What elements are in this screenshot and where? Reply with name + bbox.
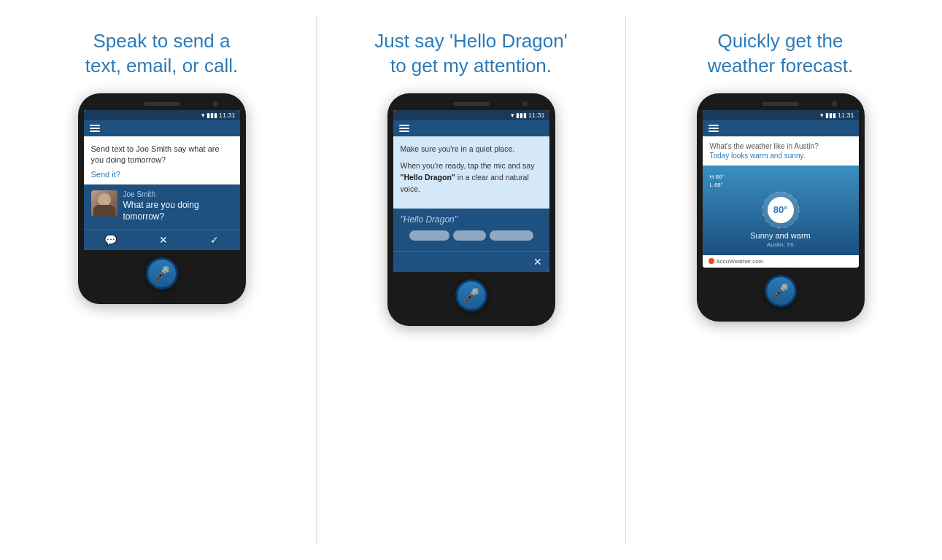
panels-container: Speak to send atext, email, or call. ▾ ▮…	[0, 0, 942, 560]
status-icons-2: ▾ ▮▮▮ 11:31	[511, 112, 545, 119]
hamburger-icon-2[interactable]	[399, 125, 409, 132]
wifi-icon-3: ▾	[820, 112, 824, 119]
sun-container: 80°	[710, 192, 852, 228]
weather-high-low: H 86° L 68°	[710, 173, 852, 189]
message-content: Joe Smith What are you doing tomorrow?	[123, 190, 233, 222]
mic-button-2[interactable]: 🎤	[455, 279, 487, 311]
weather-question: What's the weather like in Austin?	[710, 142, 852, 150]
phone-1-bottom: 🎤	[146, 250, 178, 289]
signal-icon: ▮▮▮	[206, 112, 217, 119]
hello-dragon-bold: "Hello Dragon"	[401, 173, 455, 182]
confirm-icon[interactable]: ✓	[210, 234, 219, 246]
weather-header: What's the weather like in Austin? Today…	[703, 136, 859, 166]
instruction-1: Make sure you're in a quiet place.	[401, 144, 542, 155]
app-bar-2	[393, 120, 549, 136]
phone-2-bottom: 🎤	[455, 272, 487, 311]
wave-bar-1	[409, 230, 449, 241]
avatar-image	[91, 190, 117, 217]
phone-3-bottom: 🎤	[765, 268, 797, 307]
mic-button-1[interactable]: 🎤	[146, 257, 178, 289]
phone-1-top	[84, 102, 240, 106]
message-text: What are you doing tomorrow?	[123, 200, 233, 222]
weather-widget: H 86° L 68° 80° Sunny and warm Austin, T…	[703, 166, 859, 255]
contact-name: Joe Smith	[123, 190, 233, 198]
time-1: 11:31	[219, 112, 236, 119]
action-bar: 💬 ✕ ✓	[84, 229, 240, 250]
weather-location: Austin, TX	[710, 241, 852, 248]
hamburger-icon-1[interactable]	[90, 125, 100, 132]
avatar-body	[93, 205, 115, 217]
time-2: 11:31	[528, 112, 545, 119]
status-icons-1: ▾ ▮▮▮ 11:31	[201, 112, 236, 119]
phone-3-screen: ▾ ▮▮▮ 11:31 What's the weather like in A…	[703, 110, 859, 268]
accuweather-logo	[709, 258, 714, 264]
instruction-2: When you're ready, tap the mic and say "…	[401, 160, 542, 195]
instructions-area: Make sure you're in a quiet place. When …	[393, 136, 549, 209]
camera-3	[832, 101, 837, 106]
accuweather-label: AccuWeather.com	[717, 258, 764, 265]
weather-high: H 86°	[710, 173, 852, 181]
mic-button-3[interactable]: 🎤	[765, 275, 797, 307]
voice-prompt-area: "Hello Dragon"	[393, 209, 549, 251]
panel-1-title: Speak to send atext, email, or call.	[78, 29, 246, 79]
status-icons-3: ▾ ▮▮▮ 11:31	[820, 112, 854, 119]
close-button[interactable]: ✕	[533, 256, 542, 268]
svg-point-0	[763, 192, 799, 228]
accuweather-bar: AccuWeather.com	[703, 255, 859, 268]
speaker-3	[763, 102, 799, 106]
phone-3-top	[703, 102, 859, 106]
panel-1: Speak to send atext, email, or call. ▾ ▮…	[7, 15, 317, 545]
camera-1	[213, 101, 218, 106]
phone-2: ▾ ▮▮▮ 11:31 Make sure you're in a quiet …	[387, 93, 555, 326]
phone-1: ▾ ▮▮▮ 11:31 Send text to Joe Smith say w…	[78, 93, 246, 304]
avatar	[91, 190, 117, 217]
weather-answer: Today looks warm and sunny.	[710, 152, 852, 160]
status-bar-2: ▾ ▮▮▮ 11:31	[393, 110, 549, 120]
chat-text: Send text to Joe Smith say what are you …	[91, 144, 233, 166]
sun-rays-svg	[761, 190, 800, 230]
app-bar-3	[703, 120, 859, 136]
close-area: ✕	[393, 251, 549, 272]
panel-3-title: Quickly get theweather forecast.	[700, 29, 860, 79]
mic-icon-1: 🎤	[154, 265, 170, 281]
camera-2	[522, 101, 528, 106]
panel-3: Quickly get theweather forecast. ▾ ▮▮▮ 1…	[626, 15, 935, 545]
weather-low: L 68°	[710, 181, 852, 189]
wifi-icon-2: ▾	[511, 112, 514, 119]
speaker-1	[144, 102, 180, 106]
wave-bars	[401, 230, 542, 241]
voice-prompt-text: "Hello Dragon"	[401, 214, 542, 225]
cancel-icon[interactable]: ✕	[159, 234, 168, 246]
speaker-2	[453, 102, 490, 106]
signal-icon-2: ▮▮▮	[516, 112, 527, 119]
weather-description: Sunny and warm	[710, 231, 852, 240]
status-bar-3: ▾ ▮▮▮ 11:31	[703, 110, 859, 120]
chat-icon[interactable]: 💬	[104, 234, 117, 246]
mic-icon-2: 🎤	[463, 287, 479, 303]
phone-1-screen: ▾ ▮▮▮ 11:31 Send text to Joe Smith say w…	[84, 110, 240, 250]
hamburger-icon-3[interactable]	[709, 125, 719, 132]
chat-area: Send text to Joe Smith say what are you …	[84, 136, 240, 185]
wave-bar-2	[453, 230, 486, 241]
phone-3: ▾ ▮▮▮ 11:31 What's the weather like in A…	[697, 93, 865, 322]
mic-icon-3: 🎤	[773, 283, 789, 299]
wifi-icon: ▾	[201, 112, 205, 119]
sun-graphic: 80°	[763, 192, 799, 228]
status-bar-1: ▾ ▮▮▮ 11:31	[84, 110, 240, 120]
app-bar-1	[84, 120, 240, 136]
send-it-label[interactable]: Send it?	[91, 170, 233, 179]
wave-bar-3	[490, 230, 533, 241]
phone-2-screen: ▾ ▮▮▮ 11:31 Make sure you're in a quiet …	[393, 110, 549, 272]
phone-2-top	[393, 102, 549, 106]
signal-icon-3: ▮▮▮	[825, 112, 836, 119]
message-preview: Joe Smith What are you doing tomorrow?	[84, 184, 240, 228]
panel-2-title: Just say 'Hello Dragon'to get my attenti…	[367, 29, 574, 79]
time-3: 11:31	[838, 112, 854, 119]
panel-2: Just say 'Hello Dragon'to get my attenti…	[317, 15, 626, 545]
